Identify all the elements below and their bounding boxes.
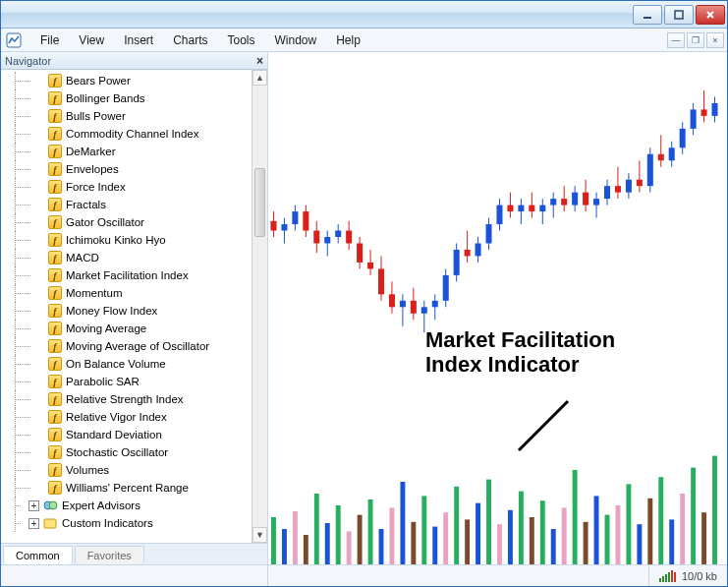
- svg-rect-110: [465, 519, 470, 564]
- status-cell-mid: [268, 565, 649, 586]
- app-icon: [5, 31, 23, 49]
- group-item[interactable]: +Expert Advisors: [5, 497, 252, 514]
- indicator-item[interactable]: fRelative Strength Index: [5, 390, 252, 408]
- group-item[interactable]: +Custom Indicators: [5, 514, 252, 532]
- svg-rect-55: [518, 205, 524, 211]
- indicator-item[interactable]: fParabolic SAR: [5, 373, 252, 390]
- svg-rect-108: [443, 512, 448, 564]
- scroll-thumb[interactable]: [254, 168, 265, 237]
- svg-rect-41: [443, 275, 449, 301]
- indicator-label: Stochastic Oscillator: [66, 446, 168, 458]
- indicator-item[interactable]: fMACD: [5, 249, 252, 266]
- navigator-tree[interactable]: fBears PowerfBollinger BandsfBulls Power…: [1, 70, 252, 543]
- scroll-up-icon[interactable]: ▲: [252, 70, 267, 86]
- annotation-arrow: [514, 396, 573, 455]
- function-icon: f: [48, 127, 62, 141]
- chart-area[interactable]: Market Facilitation Index Indicator: [268, 52, 727, 564]
- indicator-item[interactable]: fBollinger Bands: [5, 89, 252, 107]
- caption-buttons: [633, 5, 725, 25]
- body: Navigator × fBears PowerfBollinger Bands…: [1, 52, 727, 564]
- mdi-restore-button[interactable]: ❐: [687, 32, 704, 48]
- indicator-label: Moving Average of Oscillator: [66, 340, 209, 352]
- indicator-label: MACD: [66, 252, 99, 264]
- tab-common[interactable]: Common: [3, 546, 73, 564]
- indicator-item[interactable]: fMoving Average: [5, 320, 252, 337]
- tab-favorites[interactable]: Favorites: [75, 546, 144, 564]
- svg-rect-114: [508, 510, 513, 564]
- function-icon: f: [48, 109, 62, 123]
- svg-rect-92: [271, 517, 276, 564]
- minimize-button[interactable]: [633, 5, 662, 25]
- svg-rect-87: [691, 109, 697, 128]
- svg-rect-61: [550, 199, 556, 205]
- svg-rect-71: [604, 186, 610, 199]
- signal-icon: [659, 570, 676, 582]
- indicator-item[interactable]: fCommodity Channel Index: [5, 125, 252, 143]
- menu-window[interactable]: Window: [265, 31, 327, 49]
- navigator-panel: Navigator × fBears PowerfBollinger Bands…: [1, 52, 268, 564]
- menu-tools[interactable]: Tools: [218, 31, 265, 49]
- mdi-close-button[interactable]: ×: [706, 32, 724, 48]
- function-icon: f: [48, 410, 62, 424]
- indicator-label: Bears Power: [66, 75, 131, 87]
- menu-file[interactable]: File: [30, 31, 69, 49]
- indicator-item[interactable]: fMoney Flow Index: [5, 302, 252, 320]
- indicator-label: Force Index: [66, 181, 126, 193]
- svg-rect-43: [454, 250, 460, 275]
- indicator-item[interactable]: fVolumes: [5, 461, 252, 479]
- mdi-minimize-button[interactable]: —: [667, 32, 685, 48]
- function-icon: f: [48, 322, 62, 335]
- indicator-item[interactable]: fMoving Average of Oscillator: [5, 337, 252, 355]
- svg-rect-79: [647, 154, 653, 186]
- indicator-item[interactable]: fStandard Deviation: [5, 426, 252, 443]
- menu-charts[interactable]: Charts: [163, 31, 217, 49]
- status-cell-left: [1, 565, 268, 586]
- indicator-item[interactable]: fDeMarker: [5, 143, 252, 160]
- indicator-item[interactable]: fBears Power: [5, 72, 252, 89]
- svg-rect-112: [486, 480, 491, 564]
- indicator-label: Bollinger Bands: [66, 92, 145, 104]
- indicator-item[interactable]: fEnvelopes: [5, 160, 252, 178]
- menu-insert[interactable]: Insert: [114, 31, 163, 49]
- indicator-item[interactable]: fStochastic Oscillator: [5, 443, 252, 461]
- navigator-scrollbar[interactable]: ▲ ▼: [252, 70, 267, 543]
- svg-rect-124: [615, 505, 620, 564]
- menu-view[interactable]: View: [69, 31, 114, 49]
- navigator-close-icon[interactable]: ×: [256, 54, 263, 68]
- indicator-item[interactable]: fRelative Vigor Index: [5, 408, 252, 426]
- indicator-item[interactable]: fForce Index: [5, 178, 252, 196]
- indicator-item[interactable]: fGator Oscillator: [5, 213, 252, 231]
- connection-status: 10/0 kb: [649, 570, 727, 582]
- svg-rect-129: [669, 519, 674, 564]
- indicator-item[interactable]: fWilliams' Percent Range: [5, 479, 252, 497]
- svg-rect-119: [562, 507, 567, 564]
- svg-rect-13: [292, 211, 298, 224]
- indicator-label: Envelopes: [66, 163, 119, 175]
- expand-icon[interactable]: +: [28, 518, 39, 529]
- maximize-button[interactable]: [664, 5, 694, 25]
- indicator-item[interactable]: fOn Balance Volume: [5, 355, 252, 373]
- statusbar: 10/0 kb: [1, 564, 727, 586]
- indicator-item[interactable]: fBulls Power: [5, 107, 252, 125]
- annotation-label: Market Facilitation Index Indicator: [425, 327, 615, 378]
- svg-rect-109: [454, 487, 459, 564]
- app-window: FileViewInsertChartsToolsWindowHelp — ❐ …: [0, 0, 728, 587]
- menu-help[interactable]: Help: [326, 31, 370, 49]
- svg-rect-103: [389, 507, 394, 564]
- close-button[interactable]: [696, 5, 725, 25]
- svg-rect-97: [325, 523, 330, 564]
- expand-icon[interactable]: +: [28, 500, 39, 511]
- indicator-item[interactable]: fFractals: [5, 196, 252, 213]
- indicator-label: Bulls Power: [66, 110, 126, 122]
- indicator-item[interactable]: fIchimoku Kinko Hyo: [5, 231, 252, 249]
- scroll-down-icon[interactable]: ▼: [252, 527, 267, 543]
- svg-rect-93: [282, 529, 287, 564]
- connection-text: 10/0 kb: [682, 570, 717, 582]
- svg-rect-125: [626, 484, 631, 564]
- svg-rect-47: [476, 243, 481, 256]
- indicator-item[interactable]: fMomentum: [5, 284, 252, 302]
- svg-rect-65: [572, 193, 578, 205]
- custom-indicators-icon: [43, 516, 58, 530]
- indicator-label: Money Flow Index: [66, 305, 157, 317]
- indicator-item[interactable]: fMarket Facilitation Index: [5, 266, 252, 284]
